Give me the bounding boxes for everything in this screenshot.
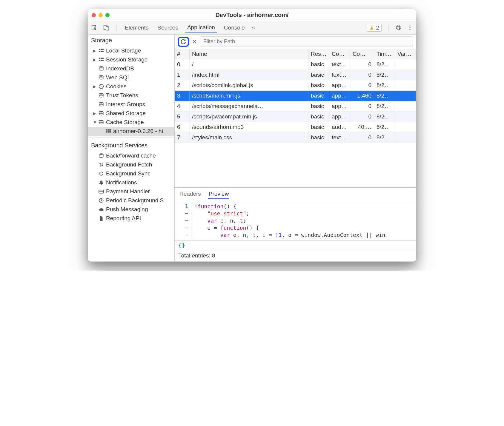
- svg-point-25: [99, 102, 103, 104]
- tab-sources[interactable]: Sources: [156, 23, 180, 32]
- sidebar-item-label: IndexedDB: [106, 65, 134, 72]
- sidebar-item-local-storage[interactable]: Local Storage: [88, 46, 174, 55]
- titlebar: DevTools - airhorner.com/: [88, 9, 416, 21]
- sidebar-item-label: Periodic Background S: [106, 197, 164, 204]
- db-icon: [98, 111, 104, 116]
- cookie-icon: [98, 84, 104, 89]
- col-index[interactable]: #: [175, 49, 190, 59]
- doc-icon: [98, 216, 104, 221]
- tab-application[interactable]: Application: [185, 23, 217, 33]
- detail-tab-headers[interactable]: Headers: [179, 189, 202, 199]
- sidebar-item-label: Reporting API: [106, 215, 141, 222]
- sidebar-item-trust-tokens[interactable]: Trust Tokens: [88, 91, 174, 100]
- cell-content-length: 0: [350, 132, 374, 143]
- cell-index: 5: [175, 112, 190, 122]
- traffic-lights: [92, 13, 110, 17]
- warnings-badge[interactable]: ▲ 2: [367, 24, 382, 32]
- card-icon: [98, 189, 104, 194]
- cell-index: 7: [175, 132, 190, 143]
- clear-icon[interactable]: ✕: [192, 38, 197, 45]
- toolbar-divider: [388, 24, 388, 31]
- svg-rect-8: [99, 51, 100, 52]
- table-row[interactable]: 6/sounds/airhorn.mp3basicaud…40,…8/2…: [175, 122, 416, 132]
- db-icon: [98, 153, 104, 158]
- svg-rect-29: [108, 129, 109, 131]
- sidebar-item-label: Cache Storage: [106, 119, 144, 126]
- sidebar-item-web-sql[interactable]: Web SQL: [88, 73, 174, 82]
- minimize-window-button[interactable]: [99, 13, 103, 17]
- table-row[interactable]: 2/scripts/comlink.global.jsbasicapp…08/2…: [175, 80, 416, 91]
- col-name[interactable]: Name: [190, 49, 308, 59]
- svg-rect-10: [102, 51, 104, 52]
- svg-rect-15: [101, 60, 102, 61]
- inspect-element-icon[interactable]: [91, 24, 98, 31]
- table-row[interactable]: 4/scripts/messagechannela…basicapp…08/2…: [175, 101, 416, 112]
- svg-point-24: [99, 93, 103, 95]
- sidebar-item-cache-storage[interactable]: Cache Storage: [88, 118, 174, 127]
- sidebar-item-background-sync[interactable]: Background Sync: [88, 169, 174, 178]
- table-header-row: # Name Res… Co… Co… Tim… Var…: [175, 49, 416, 59]
- cell-time: 8/2…: [374, 70, 395, 80]
- updown-icon: [98, 162, 104, 167]
- zoom-window-button[interactable]: [105, 13, 110, 17]
- sidebar-item-session-storage[interactable]: Session Storage: [88, 55, 174, 64]
- object-bar[interactable]: {}: [175, 240, 416, 250]
- table-row[interactable]: 1/index.htmlbasictext…08/2…: [175, 70, 416, 80]
- close-window-button[interactable]: [92, 13, 96, 17]
- sidebar-item-label: Push Messaging: [106, 206, 148, 213]
- clock-icon: [98, 198, 104, 203]
- filter-input[interactable]: [200, 36, 413, 47]
- cell-index: 1: [175, 70, 190, 80]
- col-content-length[interactable]: Co…: [350, 49, 374, 59]
- cloud-icon: [98, 207, 104, 212]
- more-options-icon[interactable]: [407, 25, 413, 31]
- cache-storage-panel: ✕ # Name Res… Co… Co… Tim… Var… 0/basict…: [175, 35, 416, 261]
- detail-tabs: Headers Preview: [175, 188, 416, 201]
- col-vary[interactable]: Var…: [395, 49, 416, 59]
- sidebar-item-reporting-api[interactable]: Reporting API: [88, 214, 174, 223]
- table-row[interactable]: 0/basictext…08/2…: [175, 59, 416, 70]
- svg-rect-5: [99, 49, 100, 50]
- sidebar-item-indexeddb[interactable]: IndexedDB: [88, 64, 174, 73]
- svg-rect-6: [101, 49, 102, 50]
- sidebar-item-label: Local Storage: [106, 47, 141, 54]
- sidebar-item-interest-groups[interactable]: Interest Groups: [88, 100, 174, 109]
- grid-icon: [98, 57, 104, 62]
- sidebar-item-background-fetch[interactable]: Background Fetch: [88, 160, 174, 169]
- sidebar-item-push-messaging[interactable]: Push Messaging: [88, 205, 174, 214]
- col-response[interactable]: Res…: [308, 49, 329, 59]
- cell-response: basic: [308, 122, 329, 132]
- svg-rect-13: [102, 58, 104, 59]
- sidebar-cache-child[interactable]: airhorner-0.6.20 - ht: [88, 127, 174, 136]
- detail-tab-preview[interactable]: Preview: [208, 189, 230, 199]
- svg-point-21: [102, 86, 102, 87]
- tabs-overflow-icon[interactable]: »: [252, 24, 255, 31]
- sidebar-item-notifications[interactable]: Notifications: [88, 178, 174, 187]
- tab-console[interactable]: Console: [222, 23, 247, 32]
- tab-elements[interactable]: Elements: [123, 23, 150, 32]
- cell-index: 3: [175, 91, 190, 101]
- svg-point-19: [99, 84, 104, 89]
- col-time[interactable]: Tim…: [374, 49, 395, 59]
- device-toggle-icon[interactable]: [103, 24, 110, 31]
- code-body[interactable]: !function() { "use strict"; var e, n, t;…: [191, 201, 388, 240]
- sidebar-item-label: Notifications: [106, 179, 137, 186]
- svg-point-2: [409, 26, 410, 27]
- cell-response: basic: [308, 70, 329, 80]
- sidebar-item-payment-handler[interactable]: Payment Handler: [88, 187, 174, 196]
- grid-icon: [105, 129, 111, 134]
- table-row[interactable]: 3/scripts/main.min.jsbasicapp…1,4608/2…: [175, 91, 416, 101]
- refresh-highlight: [178, 37, 189, 47]
- table-row[interactable]: 7/styles/main.cssbasictext…08/2…: [175, 132, 416, 143]
- cell-content-type: app…: [329, 101, 350, 112]
- sidebar-item-cookies[interactable]: Cookies: [88, 82, 174, 91]
- col-content-type[interactable]: Co…: [329, 49, 350, 59]
- sidebar-item-back-forward-cache[interactable]: Back/forward cache: [88, 151, 174, 160]
- refresh-icon[interactable]: [180, 38, 187, 45]
- sidebar-item-shared-storage[interactable]: Shared Storage: [88, 109, 174, 118]
- table-row[interactable]: 5/scripts/pwacompat.min.jsbasicapp…08/2…: [175, 112, 416, 122]
- sidebar-item-periodic-background-s[interactable]: Periodic Background S: [88, 196, 174, 205]
- cell-content-length: 0: [350, 70, 374, 80]
- main-toolbar: Elements Sources Application Console » ▲…: [88, 21, 416, 35]
- settings-icon[interactable]: [395, 24, 402, 31]
